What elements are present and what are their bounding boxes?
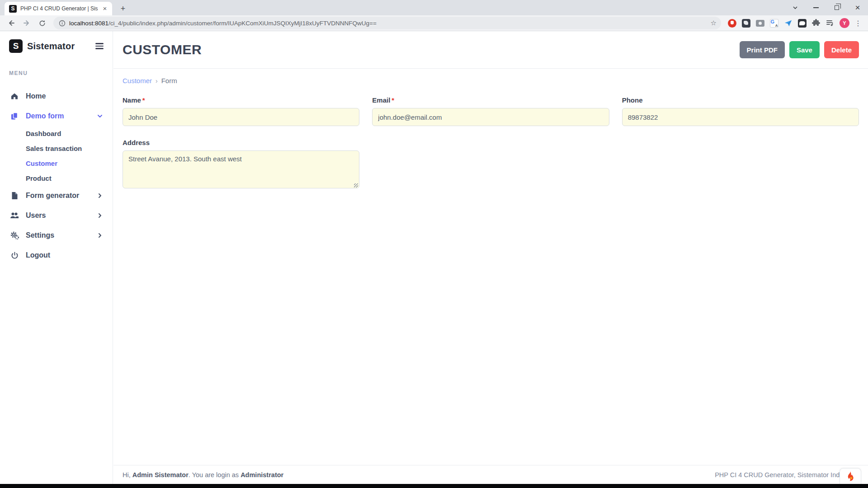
browser-toolbar: localhost:8081/ci_4/public/index.php/adm… — [0, 15, 868, 31]
playlist-queue-icon[interactable] — [826, 19, 835, 28]
chevron-right-icon — [97, 193, 103, 198]
phone-label: Phone — [622, 96, 859, 104]
sidebar-item-home[interactable]: Home — [0, 86, 113, 106]
power-icon — [10, 252, 19, 259]
breadcrumb-customer-link[interactable]: Customer — [123, 77, 152, 84]
sidebar-item-label: Users — [26, 211, 46, 220]
footer-user-name: Admin Sistemator — [132, 471, 189, 479]
menu-section-label: MENU — [9, 70, 113, 76]
content-area: Customer › Form Name* Email* Phone — [113, 77, 868, 190]
sidebar-toggle-hamburger-icon[interactable] — [95, 41, 104, 51]
browser-tab-strip: S PHP CI 4 CRUD Generator | Sistem × + × — [0, 0, 868, 15]
sidebar-item-settings[interactable]: Settings — [0, 225, 113, 245]
address-label: Address — [123, 139, 359, 146]
profile-avatar[interactable]: Y — [840, 18, 849, 28]
window-close-button[interactable]: × — [847, 0, 868, 15]
file-icon — [10, 192, 19, 200]
browser-tab[interactable]: S PHP CI 4 CRUD Generator | Sistem × — [5, 2, 112, 15]
sidebar-item-label: Demo form — [26, 112, 64, 120]
footer-greeting: Hi, Admin Sistemator. You are login as A… — [123, 471, 283, 479]
translate-extension-icon[interactable] — [769, 19, 778, 28]
chevron-right-icon — [97, 213, 103, 218]
customer-form-row-2: Address Street Avanue, 2013. South east … — [123, 139, 359, 190]
delete-button[interactable]: Delete — [824, 41, 859, 58]
pages-icon — [10, 112, 19, 120]
back-icon[interactable] — [5, 16, 18, 30]
print-pdf-button[interactable]: Print PDF — [740, 41, 785, 58]
email-label: Email* — [372, 96, 609, 104]
sidebar-item-label: Logout — [26, 251, 50, 259]
page-title: CUSTOMER — [123, 42, 202, 57]
breadcrumb: Customer › Form — [123, 77, 859, 84]
brand-row: S Sistemator — [0, 31, 113, 53]
sidebar-item-users[interactable]: Users — [0, 206, 113, 225]
sidebar-item-form-generator[interactable]: Form generator — [0, 186, 113, 206]
taskbar-edge — [0, 484, 868, 488]
line-extension-icon[interactable] — [797, 19, 807, 28]
save-button[interactable]: Save — [789, 41, 820, 58]
sidebar-item-label: Form generator — [26, 192, 79, 200]
breadcrumb-separator-icon: › — [156, 77, 158, 84]
url-text[interactable]: localhost:8081/ci_4/public/index.php/adm… — [69, 20, 707, 27]
home-icon — [10, 92, 19, 100]
browser-menu-kebab-icon[interactable]: ⋮ — [854, 19, 862, 28]
tab-search-chevron-icon[interactable] — [785, 0, 806, 15]
tab-title: PHP CI 4 CRUD Generator | Sistem — [20, 5, 98, 12]
users-icon — [10, 212, 19, 219]
window-controls: × — [785, 0, 868, 15]
sidebar-subitem-dashboard[interactable]: Dashboard — [0, 126, 113, 141]
name-input[interactable] — [123, 108, 359, 126]
chevron-down-icon — [97, 113, 103, 119]
sidebar-item-label: Settings — [26, 231, 54, 239]
debug-toolbar-toggle[interactable] — [840, 468, 861, 484]
reload-icon[interactable] — [35, 16, 49, 30]
extensions-row: Y ⋮ — [726, 18, 863, 28]
page-header: CUSTOMER Print PDF Save Delete — [113, 31, 868, 69]
brand-logo: S — [9, 39, 23, 53]
name-field-group: Name* — [123, 96, 359, 126]
email-input[interactable] — [372, 108, 609, 126]
required-asterisk: * — [392, 96, 394, 104]
extensions-puzzle-icon[interactable] — [811, 19, 821, 28]
adblock-extension-icon[interactable] — [727, 19, 736, 28]
forward-icon[interactable] — [20, 16, 33, 30]
footer-credit: PHP CI 4 CRUD Generator, Sistemator Indo… — [715, 471, 859, 479]
sidebar-subitem-sales-transaction[interactable]: Sales transaction — [0, 141, 113, 156]
chevron-right-icon — [97, 233, 103, 238]
tab-close-icon[interactable]: × — [101, 5, 108, 12]
footer-user-role: Administrator — [241, 471, 283, 479]
bookmark-star-icon[interactable]: ☆ — [711, 19, 717, 27]
codeigniter-flame-icon — [847, 471, 854, 481]
restore-button[interactable] — [826, 0, 847, 15]
brand-name[interactable]: Sistemator — [27, 41, 75, 52]
site-favicon: S — [9, 5, 17, 13]
customer-form-row-1: Name* Email* Phone — [123, 96, 859, 126]
sidebar-item-demo-form[interactable]: Demo form — [0, 106, 113, 126]
action-buttons: Print PDF Save Delete — [740, 41, 859, 58]
minimize-button[interactable] — [806, 0, 826, 15]
main-panel: CUSTOMER Print PDF Save Delete Customer … — [113, 31, 868, 484]
sidebar-item-logout[interactable]: Logout — [0, 245, 113, 265]
app-viewport: S Sistemator MENU Home Demo form — [0, 31, 868, 488]
page-footer: Hi, Admin Sistemator. You are login as A… — [113, 465, 868, 484]
phone-input[interactable] — [622, 108, 859, 126]
sidebar-subitem-customer[interactable]: Customer — [0, 156, 113, 171]
name-label: Name* — [123, 96, 359, 104]
phone-field-group: Phone — [622, 96, 859, 126]
sidebar-item-label: Home — [26, 92, 46, 100]
gears-icon — [10, 231, 19, 239]
paper-plane-extension-icon[interactable] — [783, 19, 793, 28]
sidebar: S Sistemator MENU Home Demo form — [0, 31, 113, 484]
address-textarea[interactable]: Street Avanue, 2013. South east west — [123, 150, 359, 188]
resize-grip-icon[interactable] — [354, 183, 358, 188]
sidebar-subitem-product[interactable]: Product — [0, 171, 113, 186]
breadcrumb-current: Form — [161, 77, 177, 84]
screenshot-camera-icon[interactable] — [755, 19, 764, 28]
email-field-group: Email* — [372, 96, 609, 126]
new-tab-button[interactable]: + — [117, 2, 129, 15]
address-bar[interactable]: localhost:8081/ci_4/public/index.php/adm… — [53, 17, 721, 29]
required-asterisk: * — [142, 96, 145, 104]
page-info-icon[interactable] — [59, 20, 66, 27]
dark-extension-icon[interactable] — [741, 19, 750, 28]
